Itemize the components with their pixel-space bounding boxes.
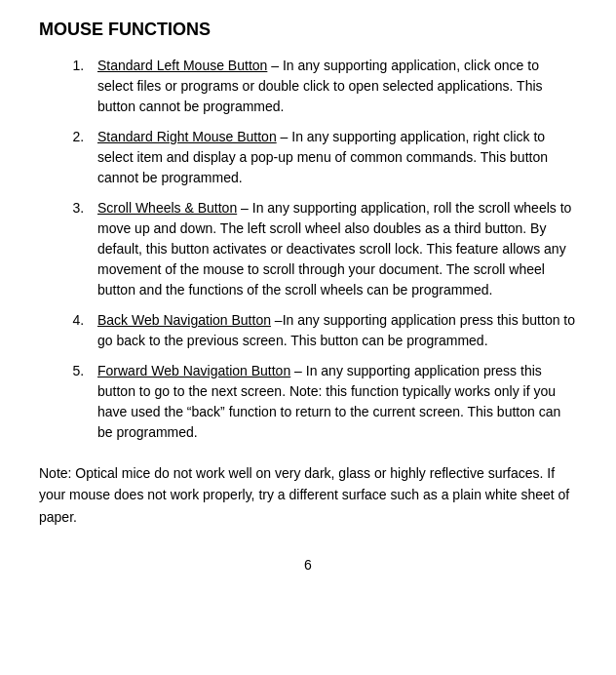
list-item: Standard Left Mouse Button – In any supp… — [88, 56, 577, 117]
list-item: Back Web Navigation Button –In any suppo… — [88, 310, 577, 351]
note-text: Note: Optical mice do not work well on v… — [39, 465, 569, 525]
page-title: MOUSE FUNCTIONS — [39, 20, 577, 40]
list-item: Scroll Wheels & Button – In any supporti… — [88, 198, 577, 300]
item-5-heading: Forward Web Navigation Button — [97, 363, 290, 378]
list-item: Forward Web Navigation Button – In any s… — [88, 361, 577, 443]
page-number: 6 — [39, 557, 577, 573]
note-section: Note: Optical mice do not work well on v… — [39, 462, 577, 528]
item-3-heading: Scroll Wheels & Button — [97, 200, 237, 216]
functions-list: Standard Left Mouse Button – In any supp… — [58, 56, 577, 443]
item-1-heading: Standard Left Mouse Button — [97, 58, 267, 73]
item-2-heading: Standard Right Mouse Button — [97, 129, 277, 144]
list-item: Standard Right Mouse Button – In any sup… — [88, 127, 577, 188]
item-4-heading: Back Web Navigation Button — [97, 312, 271, 328]
